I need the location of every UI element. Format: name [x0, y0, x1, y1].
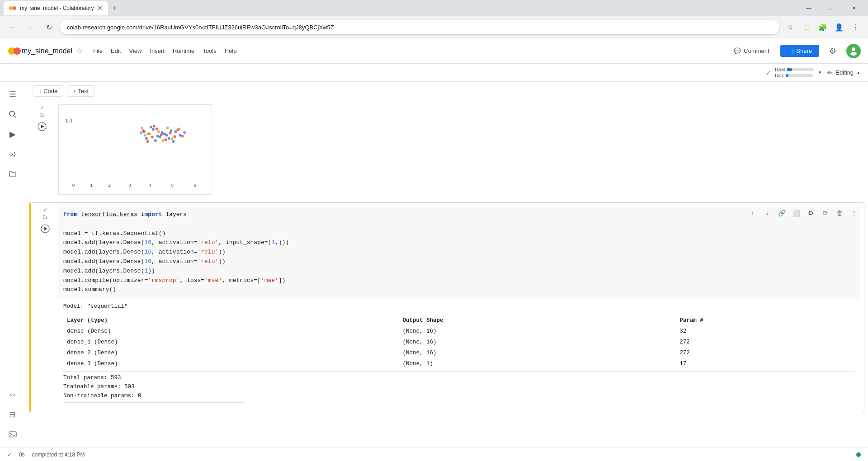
output-table: Layer (type) Output Shape Param # dense …: [63, 315, 855, 369]
copy-cell-button[interactable]: ⧉: [819, 207, 831, 219]
address-bar: ← → ↻ ☆ ⬡ 🧩 👤 ⋮: [0, 16, 868, 38]
notebook-title: my_sine_model: [22, 47, 72, 55]
svg-point-44: [146, 140, 149, 143]
table-row: dense (Dense) (None, 16) 32: [63, 326, 855, 337]
cell2-output: Model: "sequential" Layer (type) Output …: [58, 298, 860, 408]
disk-label: Disk: [775, 73, 783, 78]
cell-gutter-1: ✓ 0s: [29, 101, 55, 134]
browser-chrome: my_sine_model - Colaboratory ✕ + — □ ✕ ←…: [0, 0, 868, 38]
ram-bar-bg: [787, 68, 814, 71]
move-down-button[interactable]: ↓: [761, 207, 774, 219]
status-check-icon: ✓: [7, 452, 12, 458]
layer-name-3: dense_3 (Dense): [63, 358, 399, 369]
svg-rect-8: [9, 432, 16, 437]
more-cell-button[interactable]: ⋮: [848, 207, 860, 219]
svg-point-54: [141, 127, 143, 129]
tab-favicon: [9, 5, 16, 12]
sidebar-files-button[interactable]: [4, 165, 22, 183]
menu-edit[interactable]: Edit: [107, 46, 124, 56]
svg-point-48: [166, 127, 169, 129]
svg-point-47: [157, 130, 160, 133]
svg-point-27: [145, 137, 148, 140]
svg-text:4: 4: [149, 183, 151, 188]
extensions-icon[interactable]: 🧩: [816, 20, 830, 34]
cell-left-accent: [29, 203, 31, 412]
forward-button[interactable]: →: [24, 20, 38, 34]
editing-status: ✏ Editing ▲: [827, 69, 861, 76]
svg-point-53: [181, 135, 184, 137]
sidebar-run-button[interactable]: ▶: [4, 125, 22, 143]
avatar[interactable]: [846, 44, 861, 58]
sidebar-menu-button[interactable]: ☰: [4, 85, 22, 103]
svg-point-33: [172, 140, 175, 143]
runtime-dropdown-arrow[interactable]: ▼: [817, 70, 822, 75]
menu-tools[interactable]: Tools: [199, 46, 220, 56]
menu-insert[interactable]: Insert: [146, 46, 168, 56]
back-button[interactable]: ←: [5, 20, 20, 34]
svg-marker-11: [41, 125, 44, 128]
refresh-button[interactable]: ↻: [42, 20, 56, 34]
svg-point-41: [169, 132, 172, 134]
svg-point-39: [160, 133, 163, 136]
menu-runtime[interactable]: Runtime: [169, 46, 198, 56]
colab-app: my_sine_model ☆ File Edit View Insert Ru…: [0, 38, 868, 461]
tab-bar: my_sine_model - Colaboratory ✕ + — □ ✕: [0, 0, 868, 16]
table-row: dense_3 (Dense) (None, 1) 17: [63, 358, 855, 369]
svg-point-34: [174, 130, 177, 133]
sidebar-code-button[interactable]: <>: [4, 386, 22, 404]
output-separator-top: [63, 313, 855, 313]
minimize-button[interactable]: —: [798, 0, 819, 16]
settings-button[interactable]: ⚙: [825, 43, 841, 59]
close-button[interactable]: ✕: [844, 0, 864, 16]
editing-chevron-icon[interactable]: ▲: [856, 70, 861, 75]
cell2-run-button[interactable]: [38, 221, 52, 236]
tab-close-btn[interactable]: ✕: [97, 5, 103, 12]
svg-point-40: [165, 138, 167, 141]
share-icon: 👥: [788, 47, 795, 54]
add-text-button[interactable]: + Text: [67, 85, 94, 97]
menu-help[interactable]: Help: [221, 46, 241, 56]
sidebar-search-button[interactable]: [4, 105, 22, 123]
profile-icon[interactable]: 👤: [832, 20, 846, 34]
status-completed-text: completed at 4:18 PM: [32, 452, 85, 458]
notebook-content[interactable]: + Code + Text ✓ 0s: [25, 82, 868, 447]
menu-file[interactable]: File: [90, 46, 106, 56]
output-separator-final: [63, 402, 244, 403]
code-editor[interactable]: from tensorflow.keras import layers mode…: [58, 207, 860, 298]
star-icon[interactable]: ☆: [76, 47, 82, 55]
more-options-icon[interactable]: ⋮: [848, 20, 863, 34]
bookmark-icon[interactable]: ☆: [783, 20, 797, 34]
expand-button[interactable]: ⬜: [790, 207, 802, 219]
cell1-run-button[interactable]: [35, 119, 49, 134]
menu-view[interactable]: View: [125, 46, 145, 56]
layer-name-2: dense_2 (Dense): [63, 348, 399, 358]
delete-cell-button[interactable]: 🗑: [833, 207, 846, 219]
colab-extension-icon[interactable]: ⬡: [799, 20, 814, 34]
new-tab-button[interactable]: +: [108, 4, 120, 13]
total-params: Total params: 593: [63, 373, 855, 382]
sidebar-table-button[interactable]: ⊟: [4, 405, 22, 423]
link-button[interactable]: 🔗: [775, 207, 788, 219]
status-duration: 0s: [19, 452, 25, 458]
tab-title: my_sine_model - Colaboratory: [20, 5, 94, 11]
browser-icons: ☆ ⬡ 🧩 👤 ⋮: [783, 20, 863, 34]
param-count-3: 17: [676, 358, 855, 369]
add-code-button[interactable]: + Code: [33, 85, 63, 97]
svg-text:2: 2: [108, 183, 111, 188]
ram-bar-label: RAM: [775, 67, 814, 72]
header-right: 💬 Comment 👥 Share ⚙: [728, 43, 861, 59]
move-up-button[interactable]: ↑: [746, 207, 759, 219]
url-input[interactable]: [60, 20, 779, 34]
sidebar-terminal-button[interactable]: [4, 425, 22, 443]
layer-name-1: dense_1 (Dense): [63, 337, 399, 348]
settings-cell-button[interactable]: ⚙: [804, 207, 817, 219]
run-icon-2: [41, 224, 50, 233]
cell2-toolbar: ↑ ↓ 🔗 ⬜ ⚙ ⧉ 🗑 ⋮: [746, 207, 860, 219]
output-model-name: Model: "sequential": [63, 302, 855, 311]
share-button[interactable]: 👥 Share: [780, 45, 819, 57]
maximize-button[interactable]: □: [821, 0, 842, 16]
sidebar-variables-button[interactable]: {x}: [4, 145, 22, 163]
svg-point-51: [162, 139, 165, 142]
active-tab[interactable]: my_sine_model - Colaboratory ✕: [4, 1, 108, 15]
comment-button[interactable]: 💬 Comment: [728, 45, 774, 57]
